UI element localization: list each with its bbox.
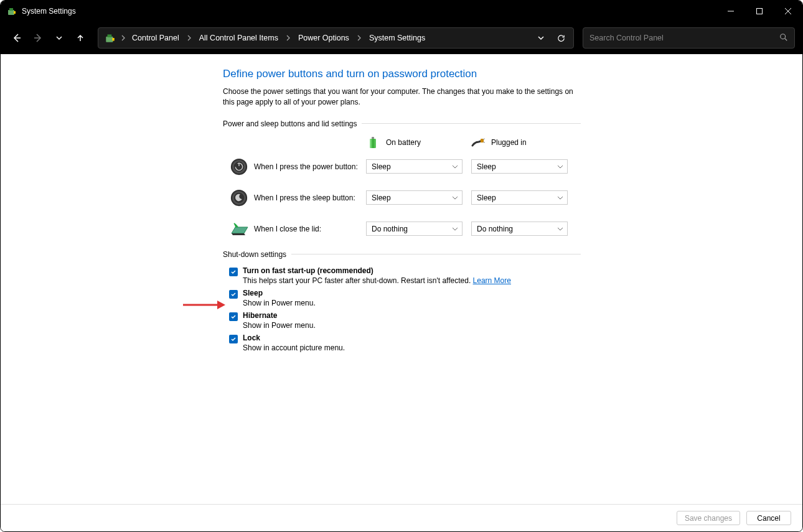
save-changes-button[interactable]: Save changes [677, 511, 740, 525]
svg-line-13 [785, 38, 787, 40]
row-label: When I press the sleep button: [254, 194, 366, 202]
chevron-down-icon [452, 163, 458, 170]
content-area: Define power buttons and turn on passwor… [1, 54, 802, 504]
page-title: Define power buttons and turn on passwor… [223, 68, 581, 80]
checkbox-label: Turn on fast start-up (recommended) [243, 266, 511, 275]
lid-plugged-select[interactable]: Do nothing [471, 222, 568, 236]
lid-icon [229, 219, 249, 239]
chevron-right-icon [354, 35, 364, 41]
row-label: When I press the power button: [254, 162, 366, 171]
svg-point-12 [781, 34, 786, 39]
power-settings-table: On battery Plugged in When I press the p… [229, 136, 581, 239]
checkbox-item-sleep: Sleep Show in Power menu. [229, 289, 581, 307]
section-title: Power and sleep buttons and lid settings [223, 119, 581, 128]
search-icon [779, 33, 788, 44]
power-button-icon [229, 157, 249, 177]
svg-rect-16 [372, 137, 374, 139]
arrow-annotation [183, 299, 227, 313]
power-row: When I press the power button: Sleep Sle… [229, 157, 581, 177]
power-button-plugged-select[interactable]: Sleep [471, 159, 568, 174]
breadcrumb-item[interactable]: All Control Panel Items [195, 31, 282, 45]
chevron-down-icon [452, 194, 458, 201]
column-header-plugged: Plugged in [471, 136, 568, 149]
checkbox[interactable] [229, 335, 238, 343]
shutdown-settings: Turn on fast start-up (recommended) This… [229, 266, 581, 352]
chevron-down-icon [557, 225, 563, 232]
svg-rect-4 [757, 9, 763, 14]
chevron-down-icon [557, 163, 563, 170]
refresh-button[interactable] [551, 28, 571, 48]
checkbox-label: Sleep [243, 289, 316, 297]
titlebar: System Settings [1, 1, 802, 22]
cancel-button[interactable]: Cancel [746, 511, 791, 525]
checkbox-item-hibernate: Hibernate Show in Power menu. [229, 311, 581, 330]
minimize-button[interactable] [716, 1, 745, 22]
row-label: When I close the lid: [254, 225, 366, 233]
footer: Save changes Cancel [1, 504, 802, 531]
checkbox[interactable] [229, 312, 238, 321]
page-description: Choose the power settings that you want … [223, 86, 581, 108]
section-title: Shut-down settings [223, 250, 581, 259]
power-row: When I press the sleep button: Sleep Sle… [229, 188, 581, 208]
toolbar: Control Panel All Control Panel Items Po… [1, 22, 802, 54]
power-row: When I close the lid: Do nothing Do noth… [229, 219, 581, 239]
checkbox-description: This helps start your PC faster after sh… [243, 276, 511, 285]
checkbox-description: Show in Power menu. [243, 321, 316, 330]
lid-battery-select[interactable]: Do nothing [366, 222, 463, 236]
svg-rect-10 [108, 34, 112, 37]
breadcrumb: Control Panel All Control Panel Items Po… [128, 31, 429, 45]
plug-icon [471, 136, 485, 149]
up-button[interactable] [72, 29, 89, 47]
breadcrumb-item[interactable]: System Settings [365, 31, 429, 45]
sleep-button-battery-select[interactable]: Sleep [366, 190, 463, 205]
checkbox-description: Show in account picture menu. [243, 343, 345, 352]
chevron-down-icon [452, 225, 458, 232]
column-label: On battery [386, 138, 421, 147]
chevron-right-icon [283, 35, 293, 41]
search-bar[interactable] [583, 27, 795, 49]
checkbox-label: Hibernate [243, 311, 316, 320]
back-button[interactable] [8, 29, 26, 47]
chevron-right-icon [118, 35, 128, 41]
address-bar[interactable]: Control Panel All Control Panel Items Po… [98, 27, 574, 49]
svg-rect-15 [370, 139, 376, 148]
address-icon [105, 32, 116, 44]
forward-button[interactable] [29, 29, 47, 47]
column-label: Plugged in [491, 138, 527, 147]
window-title: System Settings [22, 7, 716, 16]
maximize-button[interactable] [745, 1, 774, 22]
search-input[interactable] [589, 34, 779, 42]
checkbox-description: Show in Power menu. [243, 299, 316, 307]
battery-icon [366, 136, 380, 149]
learn-more-link[interactable]: Learn More [473, 276, 511, 285]
checkbox-item-lock: Lock Show in account picture menu. [229, 334, 581, 352]
checkbox[interactable] [229, 290, 238, 299]
svg-rect-11 [112, 38, 114, 41]
column-header-battery: On battery [366, 136, 463, 149]
sleep-button-plugged-select[interactable]: Sleep [471, 190, 568, 205]
breadcrumb-item[interactable]: Control Panel [128, 31, 183, 45]
checkbox[interactable] [229, 268, 238, 276]
close-button[interactable] [774, 1, 802, 22]
svg-rect-0 [8, 10, 14, 15]
power-button-battery-select[interactable]: Sleep [366, 159, 463, 174]
sleep-button-icon [229, 188, 249, 208]
history-dropdown[interactable] [531, 28, 551, 48]
breadcrumb-item[interactable]: Power Options [294, 31, 353, 45]
svg-rect-1 [9, 8, 13, 11]
chevron-down-icon [557, 194, 563, 201]
recent-dropdown[interactable] [50, 29, 68, 47]
checkbox-item-fast-startup: Turn on fast start-up (recommended) This… [229, 266, 581, 285]
checkbox-label: Lock [243, 334, 345, 342]
svg-rect-2 [14, 11, 16, 14]
app-icon [7, 6, 17, 16]
svg-rect-9 [106, 37, 113, 42]
chevron-right-icon [184, 35, 194, 41]
